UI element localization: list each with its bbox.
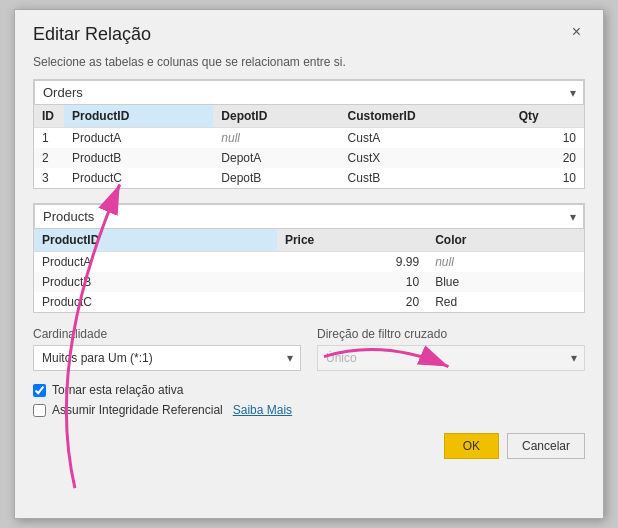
orders-table-section: Orders ID ProductID DepotID CustomerID Q… (33, 79, 585, 189)
orders-col-customerid: CustomerID (340, 105, 511, 128)
orders-dropdown-wrapper: Orders (34, 80, 584, 105)
orders-cell-depotid: DepotB (213, 168, 339, 188)
products-dropdown-wrapper: Products (34, 204, 584, 229)
products-table-row: ProductB 10 Blue (34, 272, 584, 292)
orders-dropdown[interactable]: Orders (34, 80, 584, 105)
filter-direction-label: Direção de filtro cruzado (317, 327, 585, 341)
filter-direction-select[interactable]: ÚnicoAmbos (317, 345, 585, 371)
products-cell-color: null (427, 252, 584, 273)
products-col-productid: ProductID (34, 229, 277, 252)
cardinality-select-wrapper: Muitos para Um (*:1)Um para Um (1:1)Um p… (33, 345, 301, 371)
products-table-section: Products ProductID Price Color ProductA … (33, 203, 585, 313)
dialog-title: Editar Relação (33, 24, 151, 45)
edit-relation-dialog: Editar Relação × Selecione as tabelas e … (14, 9, 604, 519)
orders-cell-productid: ProductA (64, 128, 213, 149)
products-cell-color: Blue (427, 272, 584, 292)
orders-col-productid: ProductID (64, 105, 213, 128)
products-cell-color: Red (427, 292, 584, 312)
orders-table: ID ProductID DepotID CustomerID Qty 1 Pr… (34, 105, 584, 188)
saiba-mais-link[interactable]: Saiba Mais (233, 403, 292, 417)
cardinality-select[interactable]: Muitos para Um (*:1)Um para Um (1:1)Um p… (33, 345, 301, 371)
orders-cell-id: 1 (34, 128, 64, 149)
orders-table-row: 3 ProductC DepotB CustB 10 (34, 168, 584, 188)
products-dropdown[interactable]: Products (34, 204, 584, 229)
products-table-row: ProductA 9.99 null (34, 252, 584, 273)
active-relation-row: Tornar esta relação ativa (33, 383, 585, 397)
orders-table-row: 2 ProductB DepotA CustX 20 (34, 148, 584, 168)
products-cell-productid: ProductA (34, 252, 277, 273)
referential-integrity-label: Assumir Integridade Referencial (52, 403, 223, 417)
orders-col-depotid: DepotID (213, 105, 339, 128)
products-cell-price: 9.99 (277, 252, 427, 273)
filter-direction-col: Direção de filtro cruzado ÚnicoAmbos (317, 327, 585, 371)
products-col-price: Price (277, 229, 427, 252)
orders-cell-productid: ProductB (64, 148, 213, 168)
products-table: ProductID Price Color ProductA 9.99 null… (34, 229, 584, 312)
orders-table-row: 1 ProductA null CustA 10 (34, 128, 584, 149)
orders-cell-qty: 10 (511, 128, 584, 149)
products-cell-price: 10 (277, 272, 427, 292)
cancel-button[interactable]: Cancelar (507, 433, 585, 459)
cardinality-row: Cardinalidade Muitos para Um (*:1)Um par… (33, 327, 585, 371)
orders-cell-qty: 20 (511, 148, 584, 168)
active-relation-label: Tornar esta relação ativa (52, 383, 183, 397)
cardinality-label: Cardinalidade (33, 327, 301, 341)
referential-integrity-row: Assumir Integridade Referencial Saiba Ma… (33, 403, 585, 417)
orders-col-qty: Qty (511, 105, 584, 128)
orders-cell-id: 3 (34, 168, 64, 188)
orders-col-id: ID (34, 105, 64, 128)
products-col-color: Color (427, 229, 584, 252)
products-cell-price: 20 (277, 292, 427, 312)
dialog-subtitle: Selecione as tabelas e colunas que se re… (15, 55, 603, 79)
filter-direction-select-wrapper: ÚnicoAmbos (317, 345, 585, 371)
dialog-body: Orders ID ProductID DepotID CustomerID Q… (15, 79, 603, 417)
orders-cell-qty: 10 (511, 168, 584, 188)
products-table-row: ProductC 20 Red (34, 292, 584, 312)
cardinality-col: Cardinalidade Muitos para Um (*:1)Um par… (33, 327, 301, 371)
products-cell-productid: ProductC (34, 292, 277, 312)
orders-cell-depotid: null (213, 128, 339, 149)
orders-cell-customerid: CustX (340, 148, 511, 168)
dialog-footer: OK Cancelar (15, 423, 603, 473)
orders-cell-customerid: CustA (340, 128, 511, 149)
referential-integrity-checkbox[interactable] (33, 404, 46, 417)
dialog-header: Editar Relação × (15, 10, 603, 55)
orders-cell-productid: ProductC (64, 168, 213, 188)
orders-cell-depotid: DepotA (213, 148, 339, 168)
products-cell-productid: ProductB (34, 272, 277, 292)
close-button[interactable]: × (568, 24, 585, 40)
orders-cell-id: 2 (34, 148, 64, 168)
active-relation-checkbox[interactable] (33, 384, 46, 397)
orders-cell-customerid: CustB (340, 168, 511, 188)
ok-button[interactable]: OK (444, 433, 499, 459)
